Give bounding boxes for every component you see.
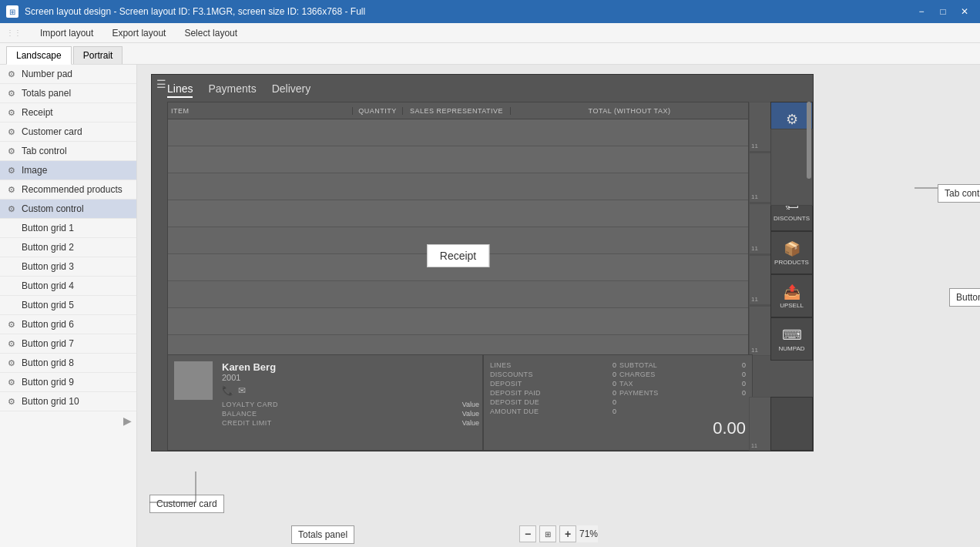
sidebar-expand-icon[interactable]: ▶ (123, 414, 132, 427)
orientation-tabs: Landscape Portrait (0, 43, 980, 65)
sidebar-item-totals-panel[interactable]: ⚙ Totals panel (0, 84, 136, 103)
sidebar-label: Tab control (22, 146, 130, 156)
menu-export-layout[interactable]: Export layout (109, 26, 169, 40)
totals-label: PAYMENTS (619, 389, 712, 397)
sidebar-label: Button grid 4 (22, 280, 130, 291)
sidebar-item-button-grid-8[interactable]: ⚙ Button grid 8 (0, 354, 136, 373)
sidebar-label: Custom control (22, 203, 130, 214)
sidebar-item-customer-card[interactable]: ⚙ Customer card (0, 122, 136, 142)
action-btn-numpad[interactable]: ⌨ NUMPAD (770, 317, 813, 361)
window-controls: − □ ✕ (912, 4, 974, 19)
action-btn-label: NUMPAD (778, 345, 804, 352)
action-btn-upsell[interactable]: 📤 UPSELL (770, 274, 813, 317)
receipt-header: ITEM QUANTITY SALES REPRESENTATIVE TOTAL… (168, 102, 748, 119)
sidebar-item-tab-control[interactable]: ⚙ Tab control (0, 142, 136, 161)
totals-grid: LINES 0 SUBTOTAL 0 DISCOUNTS 0 CHARGES 0… (490, 361, 746, 415)
col-item: ITEM (168, 107, 353, 115)
totals-label: DISCOUNTS (490, 371, 582, 378)
email-icon: ✉ (238, 385, 246, 396)
hamburger-icon[interactable]: ☰ (156, 78, 166, 90)
sidebar-item-button-grid-6[interactable]: ⚙ Button grid 6 (0, 315, 136, 334)
zoom-level: 71% (579, 529, 598, 539)
zoom-minus-button[interactable]: − (519, 525, 536, 542)
sidebar-item-button-grid-10[interactable]: ⚙ Button grid 10 (0, 392, 136, 411)
customer-name: Karen Berg (222, 361, 479, 373)
gear-icon: ⚙ (6, 338, 17, 349)
sidebar-item-button-grid-2[interactable]: ⚙ Button grid 2 (0, 238, 136, 257)
canvas-preview: ☰ Lines Payments Delivery ITEM QUANTITY … (151, 74, 814, 451)
customer-card-panel: Karen Berg 2001 📞 ✉ LOYALTY CARD Value B… (167, 354, 483, 451)
sidebar-item-button-grid-3[interactable]: ⚙ Button grid 3 (0, 257, 136, 277)
sidebar-item-custom-control[interactable]: ⚙ Custom control (0, 200, 136, 219)
main-layout: ⚙ Number pad ⚙ Totals panel ⚙ Receipt ⚙ … (0, 65, 980, 547)
customer-contact-icons: 📞 ✉ (222, 385, 479, 396)
balance-label: BALANCE (222, 410, 257, 418)
sidebar-item-button-grid-4[interactable]: ⚙ Button grid 4 (0, 277, 136, 296)
customer-id: 2001 (222, 373, 479, 382)
sidebar-item-button-grid-9[interactable]: ⚙ Button grid 9 (0, 373, 136, 392)
sidebar-item-number-pad[interactable]: ⚙ Number pad (0, 65, 136, 84)
totals-value: 0 (586, 398, 616, 406)
sidebar-label: Customer card (22, 126, 130, 137)
sidebar-label: Image (22, 165, 130, 176)
customer-info: Karen Berg 2001 📞 ✉ LOYALTY CARD Value B… (219, 355, 482, 450)
loyalty-card-value: Value (462, 401, 479, 408)
customer-avatar (174, 361, 213, 400)
sidebar-label: Button grid 9 (22, 377, 130, 388)
canvas-tab-lines[interactable]: Lines (167, 82, 193, 98)
col-total: TOTAL (WITHOUT TAX) (511, 107, 748, 115)
canvas-tab-payments[interactable]: Payments (208, 82, 256, 98)
gear-icon: ⚙ (6, 88, 17, 99)
sidebar-item-button-grid-7[interactable]: ⚙ Button grid 7 (0, 334, 136, 354)
gear-icon: ⚙ (6, 396, 17, 407)
gear-icon: ⚙ (6, 107, 17, 118)
canvas-scrollbar[interactable] (807, 102, 811, 179)
maximize-button[interactable]: □ (934, 4, 952, 19)
gear-icon: ⚙ (6, 357, 17, 368)
tab-landscape[interactable]: Landscape (6, 46, 72, 65)
totals-value: 0 (586, 408, 616, 415)
canvas-tab-delivery[interactable]: Delivery (272, 82, 311, 98)
close-button[interactable]: ✕ (955, 4, 974, 19)
zoom-plus-button[interactable]: + (559, 525, 576, 542)
totals-label: TAX (619, 380, 712, 388)
upsell-icon: 📤 (784, 284, 800, 300)
sidebar-item-recommended-products[interactable]: ⚙ Recommended products (0, 180, 136, 200)
canvas-tabs: Lines Payments Delivery (167, 82, 310, 98)
balance-value: Value (462, 410, 479, 418)
col-sales: SALES REPRESENTATIVE (403, 107, 511, 115)
gear-icon: ⚙ (6, 319, 17, 330)
sidebar-label: Button grid 10 (22, 396, 130, 407)
sidebar-item-image[interactable]: ⚙ Image (0, 161, 136, 180)
annotation-box: Button grid (949, 288, 980, 307)
totals-value: 0 (586, 389, 616, 397)
totals-value: 0 (586, 361, 616, 369)
sidebar-label: Totals panel (22, 88, 130, 99)
receipt-row (168, 254, 748, 281)
gear-icon: ⚙ (6, 184, 17, 195)
sidebar-item-button-grid-5[interactable]: ⚙ Button grid 5 (0, 296, 136, 315)
sidebar-label: Button grid 3 (22, 261, 130, 272)
action-btn-products[interactable]: 📦 PRODUCTS (770, 231, 813, 274)
gear-icon: ⚙ (6, 165, 17, 176)
gear-icon: ⚙ (6, 377, 17, 388)
loyalty-card-row: LOYALTY CARD Value (222, 401, 479, 408)
minimize-button[interactable]: − (912, 4, 931, 19)
receipt-row (168, 281, 748, 308)
sidebar-item-receipt[interactable]: ⚙ Receipt (0, 103, 136, 122)
menu-select-layout[interactable]: Select layout (181, 26, 240, 40)
action-btn-label: UPSELL (780, 302, 804, 309)
sidebar-label: Button grid 5 (22, 300, 130, 310)
annotation-box: Totals panel (291, 525, 354, 544)
menu-import-layout[interactable]: Import layout (37, 26, 96, 40)
content-area: ☰ Lines Payments Delivery ITEM QUANTITY … (137, 65, 980, 547)
amount-due: 0.00 (490, 418, 746, 438)
sidebar-label: Button grid 2 (22, 242, 130, 253)
totals-value: 0 (586, 371, 616, 378)
zoom-grid-button[interactable]: ⊞ (539, 525, 556, 542)
title-bar: ⊞ Screen layout design - Screen layout I… (0, 0, 980, 23)
sidebar-item-button-grid-1[interactable]: ⚙ Button grid 1 (0, 219, 136, 238)
totals-label (619, 408, 712, 415)
tab-portrait[interactable]: Portrait (73, 46, 123, 64)
totals-value: 0 (715, 361, 746, 369)
